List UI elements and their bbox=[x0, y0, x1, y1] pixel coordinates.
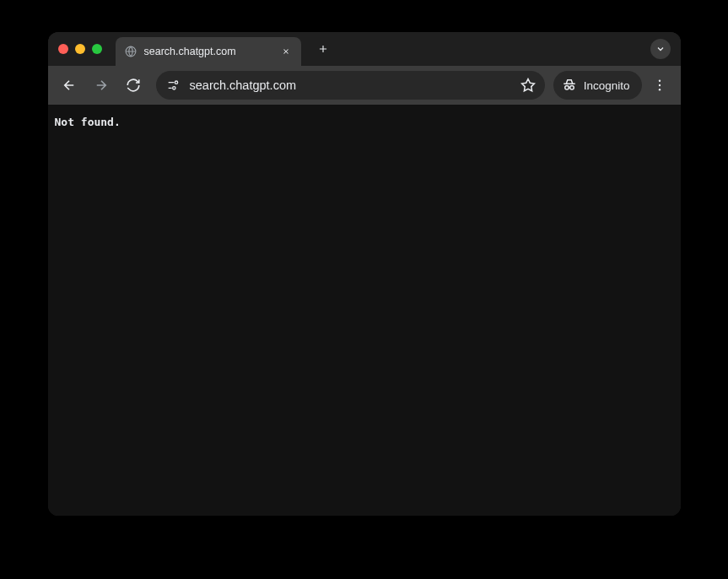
incognito-indicator[interactable]: Incognito bbox=[553, 71, 642, 100]
window-maximize-button[interactable] bbox=[92, 44, 102, 54]
bookmark-button[interactable] bbox=[516, 73, 540, 97]
incognito-label: Incognito bbox=[584, 79, 630, 92]
new-tab-button[interactable] bbox=[311, 37, 335, 61]
browser-menu-button[interactable] bbox=[645, 71, 674, 100]
svg-point-5 bbox=[658, 80, 660, 82]
toolbar: search.chatgpt.com Incognito bbox=[48, 66, 681, 105]
window-close-button[interactable] bbox=[58, 44, 68, 54]
svg-point-1 bbox=[175, 81, 177, 84]
browser-tab[interactable]: search.chatgpt.com bbox=[116, 37, 301, 66]
tab-search-dropdown[interactable] bbox=[650, 39, 671, 59]
tab-title: search.chatgpt.com bbox=[144, 46, 272, 57]
forward-button[interactable] bbox=[87, 71, 116, 100]
tab-close-button[interactable] bbox=[279, 45, 293, 58]
globe-icon bbox=[124, 45, 138, 58]
svg-point-7 bbox=[658, 89, 660, 90]
window-minimize-button[interactable] bbox=[75, 44, 85, 54]
not-found-text: Not found. bbox=[55, 116, 674, 128]
site-controls-icon[interactable] bbox=[164, 77, 181, 94]
url-text: search.chatgpt.com bbox=[190, 78, 508, 92]
incognito-icon bbox=[562, 77, 577, 95]
page-content: Not found. bbox=[48, 105, 681, 516]
titlebar: search.chatgpt.com bbox=[48, 32, 681, 66]
svg-point-2 bbox=[172, 87, 175, 89]
svg-point-4 bbox=[569, 85, 574, 89]
back-button[interactable] bbox=[55, 71, 84, 100]
svg-point-6 bbox=[658, 84, 660, 86]
window-controls bbox=[58, 44, 102, 54]
address-bar[interactable]: search.chatgpt.com bbox=[156, 71, 545, 100]
reload-button[interactable] bbox=[119, 71, 148, 100]
svg-point-3 bbox=[564, 85, 569, 89]
browser-window: search.chatgpt.com bbox=[48, 32, 681, 516]
